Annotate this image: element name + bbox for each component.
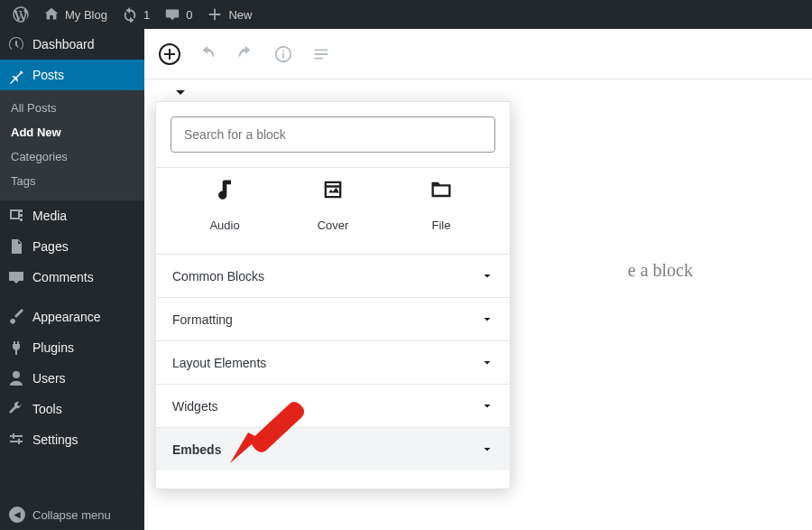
block-inserter-button[interactable] <box>157 42 182 67</box>
info-button[interactable] <box>271 42 296 67</box>
category-embeds[interactable]: Embeds <box>156 427 510 470</box>
menu-item-users[interactable]: Users <box>0 363 144 394</box>
inserter-scroll[interactable]: Audio Cover File <box>156 168 510 488</box>
editor-area: e a block Audio <box>144 29 812 530</box>
pages-icon <box>7 237 25 256</box>
category-label: Embeds <box>172 442 221 457</box>
plus-icon <box>207 6 223 23</box>
menu-item-tools[interactable]: Tools <box>0 394 144 424</box>
brush-icon <box>7 308 25 326</box>
refresh-icon <box>122 6 138 23</box>
category-label: Common Blocks <box>172 269 264 284</box>
menu-label: Appearance <box>32 310 101 324</box>
plug-icon <box>7 339 25 357</box>
block-item-cover[interactable]: Cover <box>288 177 378 232</box>
wordpress-icon <box>13 6 29 23</box>
menu-item-appearance[interactable]: Appearance <box>0 302 144 332</box>
block-item-file[interactable]: File <box>396 177 486 232</box>
category-label: Formatting <box>172 312 233 327</box>
comment-icon <box>164 6 180 23</box>
menu-label: Media <box>32 209 67 223</box>
site-link[interactable]: My Blog <box>36 0 115 29</box>
block-item-audio[interactable]: Audio <box>180 177 270 232</box>
block-items-row: Audio Cover File <box>156 168 510 254</box>
media-icon <box>7 207 25 225</box>
category-layout[interactable]: Layout Elements <box>156 340 510 384</box>
chevron-down-icon <box>481 443 494 456</box>
chevron-down-icon <box>481 270 494 283</box>
chevron-down-icon <box>481 357 494 369</box>
home-icon <box>43 6 60 23</box>
admin-sidebar: Dashboard Posts All Posts Add New Catego… <box>0 29 144 530</box>
sliders-icon <box>7 431 25 449</box>
submenu-categories[interactable]: Categories <box>0 144 144 169</box>
collapse-label: Collapse menu <box>32 508 111 522</box>
menu-item-dashboard[interactable]: Dashboard <box>0 29 144 60</box>
menu-item-media[interactable]: Media <box>0 200 144 231</box>
cover-icon <box>320 177 346 202</box>
block-label: Audio <box>209 219 239 232</box>
admin-bar: My Blog 1 0 New <box>0 0 812 29</box>
block-label: Cover <box>318 219 349 232</box>
wp-logo[interactable] <box>5 0 36 29</box>
collapse-menu[interactable]: ◄ Collapse menu <box>0 499 144 530</box>
category-common-blocks[interactable]: Common Blocks <box>156 254 510 297</box>
submenu-all-posts[interactable]: All Posts <box>0 96 144 120</box>
category-label: Widgets <box>172 399 218 414</box>
block-label: File <box>432 219 451 232</box>
wrench-icon <box>7 400 25 418</box>
menu-item-comments[interactable]: Comments <box>0 262 144 293</box>
category-label: Layout Elements <box>172 356 266 370</box>
posts-submenu: All Posts Add New Categories Tags <box>0 90 144 200</box>
menu-item-pages[interactable]: Pages <box>0 231 144 262</box>
new-link[interactable]: New <box>199 0 259 29</box>
folder-icon <box>429 177 454 202</box>
redo-button[interactable] <box>233 42 258 67</box>
menu-label: Settings <box>32 432 78 447</box>
undo-button[interactable] <box>195 42 220 67</box>
menu-label: Plugins <box>32 340 74 355</box>
category-widgets[interactable]: Widgets <box>156 384 510 427</box>
chevron-left-icon: ◄ <box>9 507 25 523</box>
menu-label: Pages <box>32 239 69 254</box>
menu-label: Dashboard <box>32 37 95 51</box>
menu-label: Tools <box>32 402 62 416</box>
comments-link[interactable]: 0 <box>157 0 199 29</box>
menu-item-posts[interactable]: Posts <box>0 60 144 90</box>
site-name: My Blog <box>65 8 107 22</box>
category-formatting[interactable]: Formatting <box>156 297 510 340</box>
audio-icon <box>212 177 237 202</box>
comments-icon <box>7 268 25 286</box>
user-icon <box>7 369 25 387</box>
comments-count: 0 <box>186 8 192 22</box>
submenu-add-new[interactable]: Add New <box>0 120 144 144</box>
menu-label: Posts <box>32 68 64 82</box>
block-search-input[interactable] <box>171 116 495 153</box>
new-label: New <box>228 8 252 22</box>
menu-label: Comments <box>32 270 94 284</box>
editor-placeholder-fragment: e a block <box>628 260 693 281</box>
caret-down-icon <box>176 90 185 99</box>
chevron-down-icon <box>481 313 494 326</box>
pin-icon <box>7 66 25 84</box>
outline-button[interactable] <box>309 42 334 67</box>
plus-circle-icon <box>159 43 180 65</box>
editor-toolbar <box>144 29 812 79</box>
dashboard-icon <box>7 35 25 53</box>
menu-item-settings[interactable]: Settings <box>0 424 144 455</box>
submenu-tags[interactable]: Tags <box>0 169 144 193</box>
menu-item-plugins[interactable]: Plugins <box>0 332 144 363</box>
updates-count: 1 <box>143 8 150 22</box>
chevron-down-icon <box>481 400 494 413</box>
updates-link[interactable]: 1 <box>115 0 157 29</box>
block-inserter-popover: Audio Cover File <box>155 101 511 489</box>
menu-label: Users <box>32 371 66 386</box>
